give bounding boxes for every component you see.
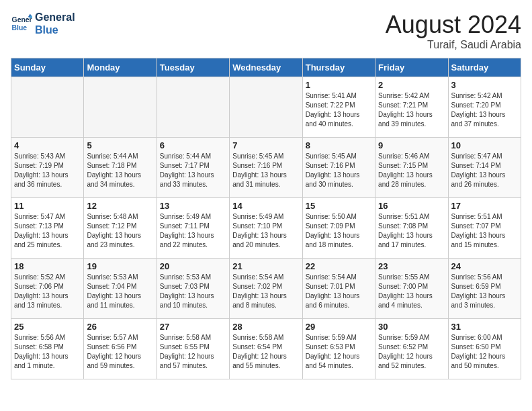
header-friday: Friday [375,58,448,77]
day-number: 20 [160,261,226,271]
logo-line2: Blue [35,24,75,36]
day-info: Sunrise: 5:58 AM Sunset: 6:54 PM Dayligh… [232,333,299,371]
day-number: 2 [378,80,445,90]
day-info: Sunrise: 5:50 AM Sunset: 7:09 PM Dayligh… [306,212,372,250]
day-number: 14 [232,201,299,211]
day-number: 16 [378,201,445,211]
day-number: 26 [87,322,153,332]
day-number: 23 [378,261,445,271]
calendar-cell: 4Sunrise: 5:43 AM Sunset: 7:19 PM Daylig… [11,138,84,198]
calendar-cell: 7Sunrise: 5:45 AM Sunset: 7:16 PM Daylig… [230,138,302,198]
calendar-cell: 31Sunrise: 6:00 AM Sunset: 6:50 PM Dayli… [448,319,521,379]
calendar-cell: 13Sunrise: 5:49 AM Sunset: 7:11 PM Dayli… [157,198,229,259]
calendar-cell [84,77,157,138]
calendar-cell: 19Sunrise: 5:53 AM Sunset: 7:04 PM Dayli… [84,259,157,319]
calendar-cell: 8Sunrise: 5:45 AM Sunset: 7:16 PM Daylig… [302,138,375,198]
day-info: Sunrise: 5:55 AM Sunset: 7:00 PM Dayligh… [378,273,445,310]
week-row-3: 11Sunrise: 5:47 AM Sunset: 7:13 PM Dayli… [11,198,521,259]
day-number: 8 [306,140,372,150]
day-info: Sunrise: 5:49 AM Sunset: 7:11 PM Dayligh… [160,212,226,250]
week-row-5: 25Sunrise: 5:56 AM Sunset: 6:58 PM Dayli… [11,319,521,379]
day-number: 30 [378,322,445,332]
header-monday: Monday [84,58,157,77]
calendar-table: SundayMondayTuesdayWednesdayThursdayFrid… [11,58,521,379]
day-info: Sunrise: 5:45 AM Sunset: 7:16 PM Dayligh… [306,152,372,189]
day-number: 18 [14,261,81,271]
logo-icon: General Blue [11,13,32,34]
day-info: Sunrise: 5:46 AM Sunset: 7:15 PM Dayligh… [378,152,445,189]
calendar-cell: 10Sunrise: 5:47 AM Sunset: 7:14 PM Dayli… [448,138,521,198]
day-info: Sunrise: 5:49 AM Sunset: 7:10 PM Dayligh… [232,212,299,250]
header-wednesday: Wednesday [230,58,302,77]
week-row-2: 4Sunrise: 5:43 AM Sunset: 7:19 PM Daylig… [11,138,521,198]
calendar-cell: 9Sunrise: 5:46 AM Sunset: 7:15 PM Daylig… [375,138,448,198]
day-info: Sunrise: 5:53 AM Sunset: 7:03 PM Dayligh… [160,273,226,310]
header-thursday: Thursday [302,58,375,77]
day-info: Sunrise: 5:47 AM Sunset: 7:13 PM Dayligh… [14,212,81,250]
day-number: 29 [306,322,372,332]
header-saturday: Saturday [448,58,521,77]
day-info: Sunrise: 5:56 AM Sunset: 6:58 PM Dayligh… [14,333,81,371]
calendar-cell: 21Sunrise: 5:54 AM Sunset: 7:02 PM Dayli… [230,259,302,319]
day-number: 12 [87,201,153,211]
day-info: Sunrise: 5:57 AM Sunset: 6:56 PM Dayligh… [87,333,153,371]
month-year: August 2024 [386,11,521,39]
day-number: 15 [306,201,372,211]
calendar-cell: 14Sunrise: 5:49 AM Sunset: 7:10 PM Dayli… [230,198,302,259]
day-info: Sunrise: 5:59 AM Sunset: 6:52 PM Dayligh… [378,333,445,371]
calendar-cell [157,77,229,138]
day-info: Sunrise: 5:51 AM Sunset: 7:07 PM Dayligh… [451,212,518,250]
logo: General Blue General Blue [11,11,75,36]
day-info: Sunrise: 5:51 AM Sunset: 7:08 PM Dayligh… [378,212,445,250]
day-number: 11 [14,201,81,211]
day-number: 3 [451,80,518,90]
calendar-cell: 29Sunrise: 5:59 AM Sunset: 6:53 PM Dayli… [302,319,375,379]
day-number: 25 [14,322,81,332]
calendar-cell: 12Sunrise: 5:48 AM Sunset: 7:12 PM Dayli… [84,198,157,259]
calendar-cell: 28Sunrise: 5:58 AM Sunset: 6:54 PM Dayli… [230,319,302,379]
calendar-cell: 20Sunrise: 5:53 AM Sunset: 7:03 PM Dayli… [157,259,229,319]
calendar-cell: 15Sunrise: 5:50 AM Sunset: 7:09 PM Dayli… [302,198,375,259]
day-number: 27 [160,322,226,332]
day-info: Sunrise: 5:54 AM Sunset: 7:02 PM Dayligh… [232,273,299,310]
day-number: 31 [451,322,518,332]
day-info: Sunrise: 5:56 AM Sunset: 6:59 PM Dayligh… [451,273,518,310]
day-number: 9 [378,140,445,150]
svg-text:General: General [12,17,32,24]
calendar-cell [11,77,84,138]
page-header: General Blue General Blue August 2024 Tu… [11,11,521,51]
week-row-4: 18Sunrise: 5:52 AM Sunset: 7:06 PM Dayli… [11,259,521,319]
calendar-cell: 18Sunrise: 5:52 AM Sunset: 7:06 PM Dayli… [11,259,84,319]
day-number: 1 [306,80,372,90]
day-number: 21 [232,261,299,271]
location: Turaif, Saudi Arabia [386,39,521,51]
day-info: Sunrise: 5:53 AM Sunset: 7:04 PM Dayligh… [87,273,153,310]
day-info: Sunrise: 5:47 AM Sunset: 7:14 PM Dayligh… [451,152,518,189]
calendar-cell: 3Sunrise: 5:42 AM Sunset: 7:20 PM Daylig… [448,77,521,138]
day-info: Sunrise: 5:59 AM Sunset: 6:53 PM Dayligh… [306,333,372,371]
day-info: Sunrise: 5:54 AM Sunset: 7:01 PM Dayligh… [306,273,372,310]
day-number: 5 [87,140,153,150]
day-number: 4 [14,140,81,150]
title-block: August 2024 Turaif, Saudi Arabia [386,11,521,51]
calendar-cell [230,77,302,138]
calendar-cell: 1Sunrise: 5:41 AM Sunset: 7:22 PM Daylig… [302,77,375,138]
calendar-cell: 27Sunrise: 5:58 AM Sunset: 6:55 PM Dayli… [157,319,229,379]
logo-line1: General [35,11,75,24]
day-info: Sunrise: 5:43 AM Sunset: 7:19 PM Dayligh… [14,152,81,189]
calendar-cell: 5Sunrise: 5:44 AM Sunset: 7:18 PM Daylig… [84,138,157,198]
day-info: Sunrise: 5:44 AM Sunset: 7:18 PM Dayligh… [87,152,153,189]
day-info: Sunrise: 5:44 AM Sunset: 7:17 PM Dayligh… [160,152,226,189]
day-info: Sunrise: 5:45 AM Sunset: 7:16 PM Dayligh… [232,152,299,189]
calendar-cell: 22Sunrise: 5:54 AM Sunset: 7:01 PM Dayli… [302,259,375,319]
day-info: Sunrise: 5:52 AM Sunset: 7:06 PM Dayligh… [14,273,81,310]
calendar-cell: 30Sunrise: 5:59 AM Sunset: 6:52 PM Dayli… [375,319,448,379]
calendar-cell: 26Sunrise: 5:57 AM Sunset: 6:56 PM Dayli… [84,319,157,379]
calendar-cell: 25Sunrise: 5:56 AM Sunset: 6:58 PM Dayli… [11,319,84,379]
day-info: Sunrise: 5:42 AM Sunset: 7:20 PM Dayligh… [451,91,518,129]
calendar-cell: 16Sunrise: 5:51 AM Sunset: 7:08 PM Dayli… [375,198,448,259]
day-number: 28 [232,322,299,332]
week-row-1: 1Sunrise: 5:41 AM Sunset: 7:22 PM Daylig… [11,77,521,138]
calendar-cell: 6Sunrise: 5:44 AM Sunset: 7:17 PM Daylig… [157,138,229,198]
day-number: 22 [306,261,372,271]
